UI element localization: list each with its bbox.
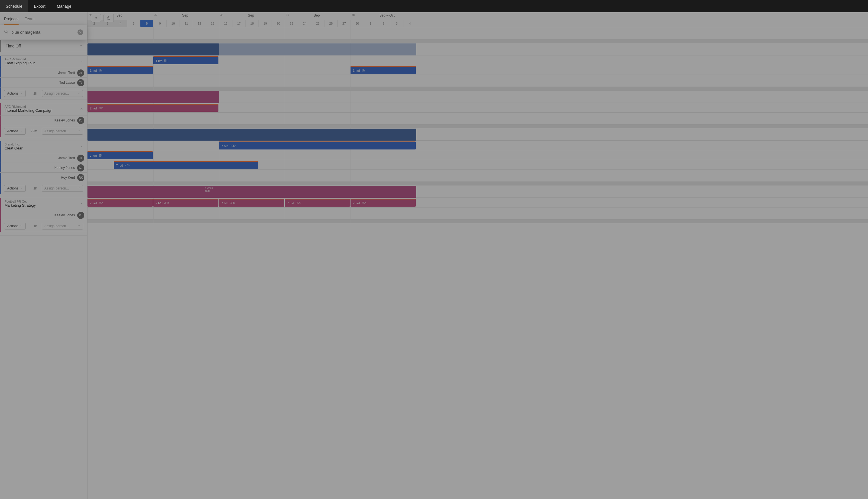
allocation-hours: 105h (230, 144, 236, 147)
side-tab-projects[interactable]: Projects (4, 16, 19, 25)
project-header[interactable]: Brand, Inc.Cleat Gear (0, 141, 87, 153)
day-cell[interactable]: 24 (298, 20, 311, 27)
day-cell[interactable]: 16 (219, 20, 232, 27)
timeline[interactable]: 36Sep2345637Sep91011121338Sep16171819203… (87, 12, 868, 499)
today-button[interactable] (104, 14, 114, 22)
day-cell[interactable]: 12 (193, 20, 206, 27)
allocation-bar[interactable]: 7 h/d35h (350, 199, 416, 207)
allocation-bar[interactable]: 7 h/d77h (114, 161, 258, 169)
day-cell[interactable]: 5 (127, 20, 140, 27)
person-name: Keeley Jones (54, 118, 75, 122)
side-tab-team[interactable]: Team (25, 16, 35, 25)
day-cell[interactable]: 26 (324, 20, 337, 27)
day-cell[interactable]: 13 (206, 20, 219, 27)
month-label: Sep (182, 13, 188, 17)
actions-button[interactable]: Actions (4, 90, 26, 97)
allocation-rate: 7 h/d (221, 202, 228, 205)
person-row: Ted LassoTL (0, 78, 87, 87)
day-cell[interactable]: 11 (180, 20, 193, 27)
assign-person-select[interactable]: Assign person... (42, 223, 83, 230)
chevron-up-icon[interactable] (80, 107, 83, 111)
project-header[interactable]: AFC RichmondCleat Signing Tour (0, 56, 87, 68)
chevron-down-icon (20, 224, 23, 228)
day-cell[interactable]: 1 (364, 20, 377, 27)
project-header[interactable]: Football PR Co.Marketing Strategy (0, 198, 87, 210)
top-nav: Schedule Export Manage (0, 0, 868, 12)
project-name: Marketing Strategy (4, 203, 83, 207)
day-cell[interactable]: 30 (350, 20, 364, 27)
avatar[interactable]: TL (77, 79, 84, 86)
avatar[interactable]: JT (77, 70, 84, 76)
allocation-rate: 7 h/d (90, 154, 97, 157)
day-cell[interactable]: 25 (311, 20, 324, 27)
day-cell[interactable]: 19 (258, 20, 272, 27)
day-cell[interactable]: 10 (166, 20, 180, 27)
nav-schedule[interactable]: Schedule (0, 0, 28, 12)
allocation-bar[interactable]: 7 h/d35h (219, 199, 284, 207)
chevron-up-icon[interactable] (80, 145, 83, 149)
day-cell[interactable]: 17 (232, 20, 245, 27)
allocation-bar[interactable]: 1 h/d5h (350, 66, 416, 74)
day-cell[interactable]: 20 (272, 20, 285, 27)
chevron-down-icon (20, 92, 23, 96)
actions-button[interactable]: Actions (4, 128, 26, 135)
week-number: 37 (154, 13, 158, 16)
avatar[interactable]: JT (77, 155, 84, 162)
nav-manage[interactable]: Manage (51, 0, 77, 12)
allocation-bar[interactable]: 2 h/d30h (87, 104, 218, 112)
allocation-hours: 5h (98, 69, 101, 72)
avatar[interactable]: KJ (77, 164, 84, 171)
day-cell[interactable]: 4 (114, 20, 127, 27)
avatar[interactable]: RK (77, 174, 84, 181)
allocation-rate: 7 h/d (116, 164, 123, 167)
day-cell[interactable]: 3 (390, 20, 403, 27)
person-name: Keeley Jones (54, 166, 75, 170)
person-name: Keeley Jones (54, 213, 75, 217)
person-row: Keeley JonesKJ (0, 115, 87, 125)
allocation-bar[interactable]: 7 h/d35h (153, 199, 218, 207)
chevron-down-icon (77, 129, 81, 133)
chevron-up-icon[interactable] (80, 60, 83, 64)
timeoff-row[interactable]: Time Off (0, 40, 87, 52)
assign-person-select[interactable]: Assign person... (42, 90, 83, 97)
day-cell[interactable]: 2 (377, 20, 390, 27)
project-bar[interactable] (87, 44, 219, 56)
actions-button[interactable]: Actions (4, 185, 26, 192)
day-cell[interactable]: 18 (245, 20, 258, 27)
allocation-bar[interactable]: 7 h/d35h (87, 151, 153, 159)
chevron-up-icon[interactable] (80, 202, 83, 206)
allocation-bar[interactable]: 7 h/d105h (219, 142, 416, 149)
day-cell[interactable]: 23 (285, 20, 298, 27)
search-input[interactable] (11, 30, 75, 35)
allocation-bar[interactable]: 7 h/d35h (285, 199, 350, 207)
chevron-down-icon (20, 129, 23, 133)
avatar[interactable]: KJ (77, 212, 84, 219)
project-bar[interactable]: 2 weekgoal (87, 186, 416, 198)
day-cell[interactable]: 27 (337, 20, 350, 27)
allocation-bar[interactable]: 1 h/d5h (87, 66, 153, 74)
chevron-down-icon (20, 186, 23, 190)
day-cell[interactable]: 4 (403, 20, 416, 27)
actions-button[interactable]: Actions (4, 223, 26, 230)
project-bar[interactable] (87, 91, 219, 103)
allocation-bar[interactable]: 1 h/d5h (153, 56, 218, 64)
chevron-down-icon (77, 92, 81, 96)
project-name: Internal Marketing Campaign (4, 108, 83, 113)
assign-person-select[interactable]: Assign person... (42, 185, 83, 192)
project-bar[interactable] (87, 129, 416, 141)
project-actions-row: Actions1hAssign person... (0, 182, 87, 194)
day-cell[interactable]: 9 (153, 20, 166, 27)
day-cell[interactable]: 6 (140, 20, 153, 27)
collapse-all-button[interactable] (91, 14, 101, 22)
project-header[interactable]: AFC RichmondInternal Marketing Campaign (0, 103, 87, 115)
allocation-rate: 2 h/d (90, 107, 97, 110)
budget-remaining: 1h (34, 224, 37, 228)
allocation-hours: 35h (361, 202, 366, 205)
search-bar (0, 25, 87, 40)
avatar[interactable]: KJ (77, 117, 84, 124)
nav-export[interactable]: Export (28, 0, 51, 12)
project-bar-extended[interactable] (219, 44, 416, 56)
clear-search-button[interactable] (77, 29, 83, 35)
assign-person-select[interactable]: Assign person... (42, 128, 83, 135)
allocation-bar[interactable]: 7 h/d35h (87, 199, 153, 207)
